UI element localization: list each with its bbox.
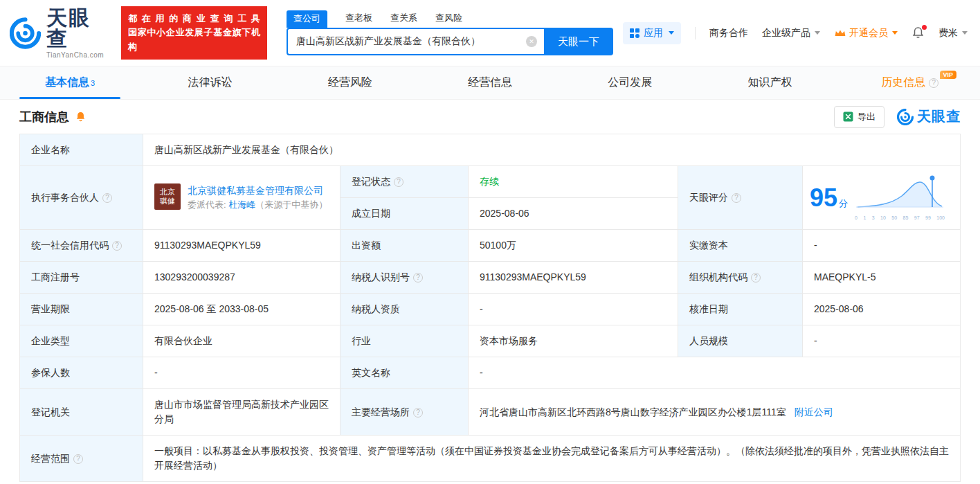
user-menu[interactable]: 费米	[938, 27, 968, 39]
help-icon[interactable]	[112, 241, 122, 251]
insured-count-value: -	[143, 357, 341, 389]
help-icon[interactable]	[394, 177, 403, 187]
crown-icon	[834, 28, 846, 37]
watermark-text: 天眼查	[917, 107, 961, 126]
apps-menu[interactable]: 应用	[623, 22, 681, 44]
rep-note: （来源于中基协）	[255, 199, 327, 210]
apps-label: 应用	[644, 27, 663, 39]
table-row: 执行事务合伙人 北京 骐健 北京骐健私募基金管理有限公司 委派代表: 杜海峰（来…	[20, 166, 961, 198]
help-icon[interactable]	[413, 408, 423, 418]
registry-value: 唐山市市场监督管理局高新技术产业园区分局	[143, 389, 341, 436]
score-axis-ticks: 0131050859799100	[855, 215, 945, 222]
tab-label: 公司发展	[608, 75, 652, 90]
notifications-bell[interactable]	[911, 26, 925, 39]
field-label: 登记机关	[20, 389, 143, 436]
tab-company-development[interactable]: 公司发展	[560, 66, 700, 99]
table-row: 企业类型 有限合伙企业 行业 资本市场服务 人员规模 -	[20, 325, 961, 357]
field-label: 执行事务合伙人	[20, 166, 143, 230]
nav-enterprise[interactable]: 企业级产品	[762, 27, 820, 39]
nearby-companies-link[interactable]: 附近公司	[795, 406, 833, 418]
table-row: 登记机关 唐山市市场监督管理局高新技术产业园区分局 主要经营场所 河北省唐山市高…	[20, 389, 961, 436]
field-label: 企业名称	[20, 134, 143, 166]
tab-intellectual-property[interactable]: 知识产权	[700, 66, 840, 99]
tab-history-info[interactable]: 历史信息 VIP	[840, 66, 980, 99]
help-icon[interactable]	[751, 273, 761, 283]
score-unit: 分	[839, 198, 848, 208]
table-row: 企业名称 唐山高新区战新产业发展基金（有限合伙）	[20, 134, 961, 166]
business-scope-value: 一般项目：以私募基金从事股权投资、投资管理、资产管理等活动（须在中国证券投资基金…	[143, 436, 961, 482]
tianyancha-swirl-icon	[897, 109, 914, 125]
nav-cooperation[interactable]: 商务合作	[709, 27, 748, 39]
reg-number-value: 130293200039287	[143, 262, 341, 294]
chevron-down-icon	[815, 31, 820, 35]
promo-line-1: 都在用的商业查询工具	[128, 12, 260, 26]
subscribe-bell-icon[interactable]	[75, 111, 87, 123]
field-label: 成立日期	[341, 198, 469, 230]
field-label: 英文名称	[341, 357, 469, 389]
clear-icon[interactable]	[526, 36, 537, 47]
score-curve-chart: 0131050859799100	[855, 174, 945, 222]
field-label: 工商注册号	[20, 262, 143, 294]
export-button[interactable]: 导出	[834, 106, 884, 128]
tab-label: 基本信息	[45, 75, 89, 90]
help-icon[interactable]	[929, 78, 938, 88]
search-tab-risk[interactable]: 查风险	[435, 12, 462, 28]
search-tab-boss[interactable]: 查老板	[345, 12, 372, 28]
company-name-value: 唐山高新区战新产业发展基金（有限合伙）	[143, 134, 961, 166]
tianyan-score-cell: 95分 0131050859799100	[803, 166, 961, 230]
industry-value: 资本市场服务	[469, 325, 678, 357]
executive-partner-cell: 北京 骐健 北京骐健私募基金管理有限公司 委派代表: 杜海峰（来源于中基协）	[143, 166, 341, 230]
logo-domain: TianYanCha.com	[46, 52, 111, 59]
grid-icon	[630, 28, 639, 38]
help-icon[interactable]	[102, 193, 112, 203]
export-label: 导出	[858, 111, 875, 123]
search-tab-company[interactable]: 查公司	[287, 10, 327, 28]
help-icon[interactable]	[413, 273, 423, 283]
nav-membership[interactable]: 开通会员	[834, 27, 898, 39]
top-header: 天眼查 TianYanCha.com 都在用的商业查询工具 国家中小企业发展子基…	[0, 0, 980, 66]
search-input[interactable]	[287, 28, 544, 55]
watermark-logo: 天眼查	[897, 107, 961, 126]
field-label: 人员规模	[678, 325, 803, 357]
tianyancha-swirl-icon	[10, 17, 41, 49]
tab-operation-risk[interactable]: 经营风险	[280, 66, 420, 99]
username: 费米	[938, 27, 958, 39]
org-code-value: MAEQPKYL-5	[803, 262, 961, 294]
field-label: 纳税人资质	[341, 294, 469, 325]
notification-dot	[922, 25, 927, 30]
field-label: 登记状态	[341, 166, 469, 198]
company-tabs: 基本信息3 法律诉讼 经营风险 经营信息 公司发展 知识产权 历史信息 VIP	[0, 66, 980, 100]
divider	[695, 27, 696, 39]
tianyancha-logo[interactable]: 天眼查 TianYanCha.com	[10, 8, 111, 59]
enterprise-label: 企业级产品	[762, 27, 810, 39]
staff-size-value: -	[803, 325, 961, 357]
establish-date-value: 2025-08-06	[469, 198, 678, 230]
field-label: 纳税人识别号	[341, 262, 469, 294]
paid-capital-value: -	[803, 230, 961, 262]
tab-operation-info[interactable]: 经营信息	[420, 66, 560, 99]
help-icon[interactable]	[73, 454, 83, 464]
promo-line-2: 国家中小企业发展子基金旗下机构	[128, 26, 260, 53]
tab-basic-info[interactable]: 基本信息3	[0, 66, 140, 99]
field-label: 主要经营场所	[341, 389, 469, 436]
address-value: 河北省唐山市高新区北环西路8号唐山数字经济产业园区办公楼1层111室	[480, 406, 786, 418]
chevron-down-icon	[892, 31, 898, 35]
tab-legal[interactable]: 法律诉讼	[140, 66, 280, 99]
tab-label: 知识产权	[748, 75, 792, 90]
rep-name-link[interactable]: 杜海峰	[228, 199, 255, 210]
search-tab-relation[interactable]: 查关系	[390, 12, 417, 28]
field-label: 营业期限	[20, 294, 143, 325]
tab-label: 经营信息	[468, 75, 512, 90]
partner-company-link[interactable]: 北京骐健私募基金管理有限公司	[188, 185, 323, 196]
english-name-value: -	[469, 357, 961, 389]
score-value: 95	[810, 183, 837, 212]
field-label: 天眼评分	[678, 166, 803, 230]
chevron-down-icon	[962, 31, 968, 35]
tab-count-badge: 3	[91, 79, 95, 87]
field-label: 出资额	[341, 230, 469, 262]
section-header: 工商信息 导出 天眼查	[19, 100, 961, 134]
main-content: 工商信息 导出 天眼查	[0, 100, 980, 482]
company-type-value: 有限合伙企业	[143, 325, 341, 357]
help-icon[interactable]	[732, 193, 741, 203]
search-button[interactable]: 天眼一下	[544, 28, 613, 55]
